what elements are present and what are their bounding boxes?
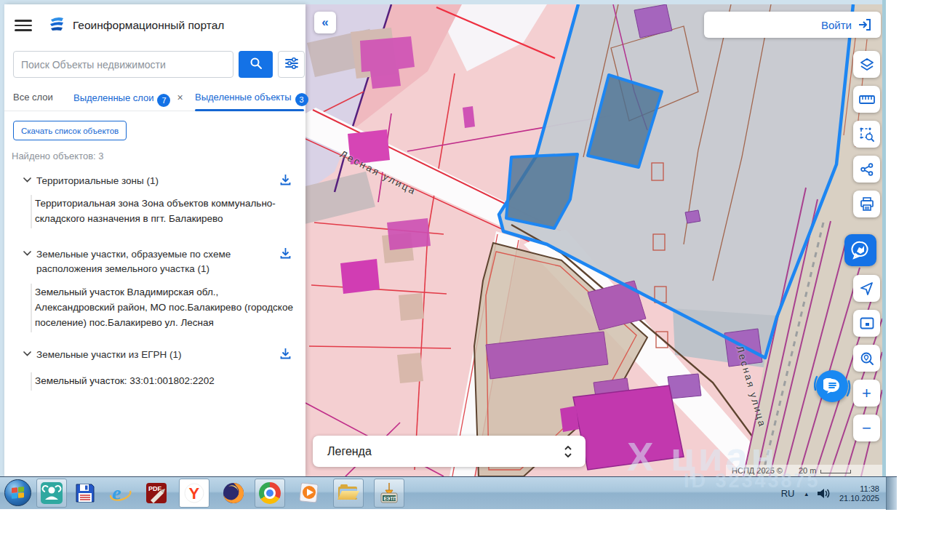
language-indicator[interactable]: RU (781, 488, 795, 499)
map-layers-graphic (305, 4, 882, 476)
filter-button[interactable] (278, 51, 305, 78)
map-attribution: НСПД 2025 © 20 m (726, 465, 882, 476)
select-area-button[interactable] (853, 121, 880, 148)
navigation-arrow-icon (860, 281, 874, 295)
speaker-icon[interactable] (817, 487, 831, 500)
download-icon[interactable] (280, 348, 291, 360)
taskbar-contacts-app[interactable] (36, 479, 67, 508)
clock-date: 21.10.2025 (839, 494, 879, 503)
taskbar-eetp-app[interactable]: ЕЭТП (374, 479, 404, 508)
download-icon[interactable] (280, 247, 291, 260)
menu-icon[interactable] (15, 20, 32, 31)
geo-portal-app: Геоинформационный портал Все слои Выделе… (4, 4, 882, 476)
group-title: Земельные участки из ЕГРН (1) (36, 348, 275, 362)
attribution-text: НСПД 2025 © (732, 466, 783, 475)
ruler-icon (859, 95, 875, 105)
share-icon (860, 163, 874, 176)
zoom-in-label: + (862, 385, 871, 401)
search-button[interactable] (239, 51, 273, 78)
taskbar-save-app[interactable] (70, 479, 100, 508)
search-location-button[interactable] (853, 345, 880, 372)
taskbar-firefox[interactable] (218, 479, 249, 508)
active-map-tool-button[interactable] (844, 234, 876, 266)
windows-logo-icon (12, 487, 24, 499)
collapse-sidebar-button[interactable]: « (314, 12, 336, 33)
selected-objects-badge: 3 (295, 93, 308, 106)
download-icon[interactable] (280, 174, 291, 186)
download-object-list-button[interactable]: Скачать список объектов (13, 121, 127, 140)
tab-selected-objects-label: Выделенные объекты (195, 92, 292, 103)
print-icon (860, 197, 874, 212)
chat-widget[interactable] (811, 365, 853, 407)
chat-button[interactable] (816, 370, 848, 402)
start-button[interactable] (4, 479, 31, 506)
clock-time: 11:38 (839, 484, 879, 494)
scale-bar: 20 m (799, 466, 851, 475)
select-area-icon (860, 127, 874, 142)
chevron-down-icon (23, 251, 31, 256)
zoom-out-label: − (862, 420, 871, 436)
result-group-scheme-parcels[interactable]: Земельные участки, образуемые по схеме р… (23, 247, 304, 276)
map-pin-active-icon (851, 241, 870, 260)
page-title: Геоинформационный портал (73, 19, 224, 32)
active-tab-underline (195, 109, 304, 111)
selected-layers-badge: 7 (157, 94, 170, 107)
svg-text:ЕЭТП: ЕЭТП (384, 496, 397, 501)
found-objects-count: Найдено объектов: 3 (12, 151, 104, 161)
zoom-in-button[interactable]: + (853, 380, 880, 407)
chevron-down-icon (23, 351, 31, 356)
share-button[interactable] (853, 156, 880, 183)
sidebar-panel: Геоинформационный портал Все слои Выделе… (4, 4, 305, 476)
sliders-icon (285, 57, 298, 69)
legend-bar[interactable]: Легенда (313, 436, 586, 467)
overview-map-button[interactable] (853, 310, 880, 337)
zoom-out-button[interactable]: − (853, 415, 880, 441)
taskbar-yandex-browser[interactable]: Y (179, 479, 209, 508)
taskbar-file-explorer[interactable] (333, 479, 364, 508)
legend-label: Легенда (327, 445, 564, 458)
svg-text:Y: Y (189, 484, 200, 503)
search-icon (249, 57, 263, 70)
print-button[interactable] (853, 191, 880, 217)
login-label: Войти (821, 19, 852, 31)
chat-bubble-icon (823, 378, 841, 394)
login-icon (858, 18, 872, 31)
group-title: Территориальные зоны (1) (36, 174, 275, 188)
chevron-down-icon (23, 177, 31, 183)
result-item[interactable]: Территориальная зона Зона объектов комму… (31, 195, 304, 228)
taskbar-chrome[interactable] (255, 479, 285, 508)
scale-label: 20 m (799, 466, 816, 475)
result-group-egrn-parcels[interactable]: Земельные участки из ЕГРН (1) (23, 348, 304, 362)
show-desktop-button[interactable] (886, 477, 897, 510)
scale-line (820, 470, 851, 473)
taskbar-clock[interactable]: 11:38 21.10.2025 (839, 484, 879, 503)
locate-me-button[interactable] (853, 275, 880, 302)
result-group-territorial-zones[interactable]: Территориальные зоны (1) (23, 174, 304, 188)
taskbar-internet-explorer[interactable]: e (105, 479, 135, 508)
search-location-icon (860, 351, 874, 366)
map-canvas[interactable]: Лесная улица Лесная улица « Войти (305, 4, 882, 476)
tab-selected-layers[interactable]: Выделенные слои7× (73, 92, 183, 107)
result-item[interactable]: Земельный участок: 33:01:001802:2202 (31, 372, 304, 391)
measure-button[interactable] (853, 86, 880, 113)
layers-icon (860, 57, 874, 72)
hidden-icons-button[interactable]: ▴ (804, 490, 808, 497)
group-title: Земельные участки, образуемые по схеме р… (36, 247, 276, 276)
login-button[interactable]: Войти (704, 12, 881, 38)
windows-taskbar: e PDF Y ЕЭТП RU ▴ 11:38 21.10.2025 (0, 476, 897, 509)
tab-all-layers[interactable]: Все слои (13, 92, 53, 103)
tab-selected-layers-label: Выделенные слои (73, 92, 153, 103)
system-tray: RU ▴ 11:38 21.10.2025 (781, 477, 879, 510)
result-item[interactable]: Земельный участок Владимирская обл., Але… (31, 284, 304, 332)
browser-window: Геоинформационный портал Все слои Выделе… (0, 0, 886, 476)
layer-tabs: Все слои Выделенные слои7× Выделенные об… (4, 87, 305, 111)
overview-map-icon (860, 317, 874, 329)
portal-logo-icon (48, 15, 66, 36)
tab-selected-objects[interactable]: Выделенные объекты3 (195, 92, 308, 106)
search-input[interactable] (13, 51, 233, 78)
close-icon[interactable]: × (177, 92, 183, 103)
taskbar-media-player[interactable] (294, 479, 324, 508)
expand-collapse-icon[interactable] (564, 445, 572, 458)
layers-button[interactable] (853, 51, 880, 78)
taskbar-pdf-editor[interactable]: PDF (141, 479, 172, 508)
